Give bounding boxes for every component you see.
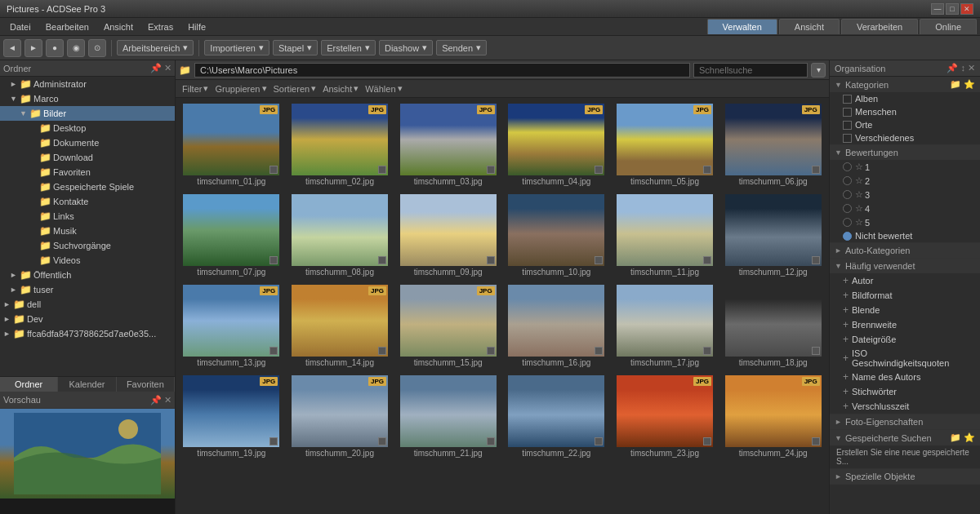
search-input[interactable]	[693, 63, 808, 78]
tree-item[interactable]: 📁Desktop	[0, 121, 175, 135]
thumbnail-item[interactable]: JPGtimschumm_02.jpg	[287, 101, 393, 188]
org-radio[interactable]	[843, 162, 852, 171]
thumbnail-checkbox[interactable]	[703, 256, 711, 264]
org-item[interactable]: ☆2	[830, 174, 980, 188]
nav-tab-verarbeiten[interactable]: Verarbeiten	[841, 19, 918, 34]
org-item[interactable]: Orte	[830, 118, 980, 131]
org-checkbox[interactable]	[843, 95, 852, 104]
stapel-dropdown[interactable]: Stapel ▾	[273, 40, 318, 55]
thumbnail-item[interactable]: timschumm_17.jpg	[612, 282, 718, 370]
tree-item[interactable]: ►📁Dev	[0, 312, 175, 326]
tab-kalender[interactable]: Kalender	[58, 377, 116, 392]
thumbnail-checkbox[interactable]	[270, 256, 278, 264]
thumbnail-checkbox[interactable]	[270, 437, 278, 445]
org-item[interactable]: +Name des Autors	[830, 370, 980, 384]
org-checkbox[interactable]	[843, 108, 852, 117]
thumbnail-checkbox[interactable]	[812, 256, 820, 264]
thumbnail-checkbox[interactable]	[378, 437, 386, 445]
menu-item-hilfe[interactable]: Hilfe	[181, 20, 212, 33]
thumbnail-item[interactable]: JPGtimschumm_06.jpg	[720, 101, 826, 188]
tree-item[interactable]: 📁Links	[0, 209, 175, 224]
thumbnail-item[interactable]: JPGtimschumm_15.jpg	[395, 282, 501, 370]
nav-btn-2[interactable]: ◉	[67, 39, 85, 57]
thumbnail-item[interactable]: timschumm_18.jpg	[720, 282, 826, 370]
org-item[interactable]: +Blende	[830, 303, 980, 317]
thumbnail-item[interactable]: timschumm_07.jpg	[179, 192, 284, 279]
thumbnail-item[interactable]: JPGtimschumm_23.jpg	[612, 373, 718, 460]
thumbnail-item[interactable]: JPGtimschumm_01.jpg	[179, 101, 284, 188]
thumbnail-item[interactable]: JPGtimschumm_19.jpg	[179, 373, 284, 460]
tree-item[interactable]: 📁Favoriten	[0, 165, 175, 179]
org-item[interactable]: +Verschlusszeit	[830, 399, 980, 414]
org-item[interactable]: +Autor	[830, 273, 980, 288]
org-section-header[interactable]: ►Spezielle Objekte	[830, 469, 980, 484]
thumbnail-checkbox[interactable]	[378, 166, 386, 174]
thumbnail-item[interactable]: timschumm_08.jpg	[287, 192, 393, 279]
org-radio[interactable]	[843, 232, 852, 241]
wahlen-dropdown[interactable]: Wählen ▾	[365, 83, 402, 94]
sortieren-dropdown[interactable]: Sortieren ▾	[274, 83, 317, 94]
nav-tab-online[interactable]: Online	[920, 19, 977, 34]
thumbnail-item[interactable]: JPGtimschumm_05.jpg	[612, 101, 718, 188]
search-button[interactable]: ▾	[811, 63, 826, 78]
org-radio[interactable]	[843, 204, 852, 213]
org-section-header[interactable]: ►Foto-Eigenschaften	[830, 414, 980, 429]
org-item[interactable]: +Stichwörter	[830, 384, 980, 399]
org-section-header[interactable]: ►Auto-Kategorien	[830, 243, 980, 258]
thumbnail-item[interactable]: JPGtimschumm_20.jpg	[287, 373, 393, 460]
thumbnail-checkbox[interactable]	[595, 256, 603, 264]
tree-item[interactable]: ►📁dell	[0, 297, 175, 312]
org-checkbox[interactable]	[843, 134, 852, 143]
org-item[interactable]: +Brennweite	[830, 317, 980, 332]
org-item[interactable]: Verschiedenes	[830, 131, 980, 144]
tree-item[interactable]: ▼📁Bilder	[0, 106, 175, 121]
thumbnail-checkbox[interactable]	[270, 166, 278, 174]
tree-item[interactable]: 📁Musik	[0, 224, 175, 238]
thumbnail-item[interactable]: timschumm_21.jpg	[395, 373, 501, 460]
thumbnail-item[interactable]: JPGtimschumm_13.jpg	[179, 282, 284, 370]
thumbnail-item[interactable]: JPGtimschumm_24.jpg	[720, 373, 826, 460]
thumbnail-item[interactable]: JPGtimschumm_14.jpg	[287, 282, 393, 370]
tree-item[interactable]: ►📁Öffentlich	[0, 268, 175, 282]
thumbnail-checkbox[interactable]	[703, 347, 711, 355]
menu-item-datei[interactable]: Datei	[3, 20, 38, 33]
tree-item[interactable]: 📁Kontakte	[0, 194, 175, 209]
gruppieren-dropdown[interactable]: Gruppieren ▾	[215, 83, 266, 94]
tree-item[interactable]: ▼📁Marco	[0, 91, 175, 106]
nav-tab-ansicht[interactable]: Ansicht	[779, 19, 840, 34]
thumbnail-checkbox[interactable]	[487, 166, 495, 174]
thumbnail-checkbox[interactable]	[595, 166, 603, 174]
thumbnail-checkbox[interactable]	[595, 347, 603, 355]
org-section-header[interactable]: ▼Gespeicherte Suchen📁 ⭐	[830, 430, 980, 445]
thumbnail-checkbox[interactable]	[378, 347, 386, 355]
org-checkbox[interactable]	[843, 121, 852, 130]
thumbnail-checkbox[interactable]	[812, 437, 820, 445]
thumbnail-checkbox[interactable]	[703, 166, 711, 174]
thumbnail-checkbox[interactable]	[378, 256, 386, 264]
thumbnail-checkbox[interactable]	[812, 347, 820, 355]
thumbnail-item[interactable]: timschumm_11.jpg	[612, 192, 718, 279]
thumbnail-item[interactable]: timschumm_10.jpg	[504, 192, 609, 279]
thumbnail-item[interactable]: JPGtimschumm_04.jpg	[504, 101, 609, 188]
diashow-dropdown[interactable]: Diashow ▾	[379, 40, 433, 55]
thumbnail-item[interactable]: timschumm_16.jpg	[504, 282, 609, 370]
thumbnail-item[interactable]: timschumm_09.jpg	[395, 192, 501, 279]
import-dropdown[interactable]: Importieren ▾	[204, 40, 270, 55]
minimize-button[interactable]: —	[931, 3, 944, 15]
erstellen-dropdown[interactable]: Erstellen ▾	[321, 40, 376, 55]
org-radio[interactable]	[843, 190, 852, 199]
thumbnail-checkbox[interactable]	[270, 347, 278, 355]
tree-item[interactable]: ►📁Administrator	[0, 77, 175, 91]
filter-dropdown[interactable]: Filter ▾	[182, 83, 208, 94]
ansicht-dropdown[interactable]: Ansicht ▾	[323, 83, 359, 94]
thumbnail-item[interactable]: timschumm_12.jpg	[720, 192, 826, 279]
tree-item[interactable]: 📁Gespeicherte Spiele	[0, 179, 175, 194]
tree-item[interactable]: 📁Videos	[0, 253, 175, 268]
thumbnail-checkbox[interactable]	[703, 437, 711, 445]
thumbnail-item[interactable]: JPGtimschumm_03.jpg	[395, 101, 501, 188]
org-item[interactable]: ☆1	[830, 160, 980, 174]
senden-dropdown[interactable]: Senden ▾	[436, 40, 487, 55]
tree-item[interactable]: 📁Download	[0, 150, 175, 165]
org-item[interactable]: ☆4	[830, 202, 980, 215]
maximize-button[interactable]: □	[946, 3, 959, 15]
